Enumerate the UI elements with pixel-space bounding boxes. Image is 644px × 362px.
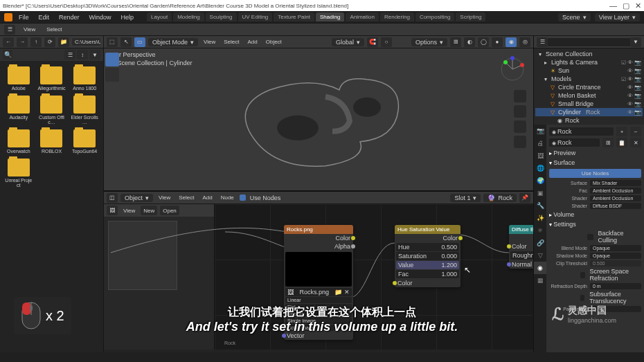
vp-object[interactable]: Object bbox=[263, 38, 285, 46]
maximize-button[interactable]: ▢ bbox=[623, 1, 629, 10]
scene-select[interactable]: Scene▾ bbox=[558, 13, 591, 21]
node-hsv[interactable]: Hue Saturation Value Color Hue0.500 Satu… bbox=[395, 225, 460, 287]
cursor-icon[interactable]: ↖ bbox=[120, 37, 132, 47]
nav-gizmo[interactable] bbox=[499, 55, 526, 83]
tab-texturepaint[interactable]: Texture Paint bbox=[274, 12, 314, 21]
material-select[interactable]: 🔮Rock bbox=[483, 194, 517, 202]
gizmo-icon[interactable]: ◐ bbox=[464, 37, 475, 47]
fb-path[interactable]: C:\Users\User\Docum… bbox=[72, 38, 100, 46]
ptab-mesh-icon[interactable]: ▽ bbox=[534, 249, 546, 262]
section-preview[interactable]: ▸ Preview bbox=[549, 148, 641, 158]
menu-render[interactable]: Render bbox=[55, 14, 83, 21]
tool-cursor-icon[interactable] bbox=[105, 68, 119, 82]
outliner-icon[interactable]: ☰ bbox=[537, 37, 548, 47]
ptab-world-icon[interactable]: 🌍 bbox=[534, 174, 546, 187]
mat-new-icon[interactable]: 📋 bbox=[616, 138, 627, 147]
folder-item[interactable]: Audacity bbox=[4, 96, 33, 125]
ptab-texture-icon[interactable]: ▦ bbox=[534, 274, 546, 287]
folder-item[interactable]: Overwatch bbox=[4, 129, 33, 154]
folder-item[interactable]: Allegorithmic bbox=[37, 66, 66, 91]
ib-view[interactable]: View bbox=[120, 207, 138, 215]
menu-window[interactable]: Window bbox=[86, 14, 115, 21]
socket-color-in[interactable]: Color bbox=[395, 279, 460, 287]
surface-value[interactable]: Mix Shader bbox=[590, 180, 641, 186]
section-surface[interactable]: ▾ Surface bbox=[549, 158, 641, 168]
ol-row[interactable]: ▾Scene Collection bbox=[535, 50, 643, 58]
tool-select-icon[interactable] bbox=[105, 53, 119, 66]
ib-open[interactable]: Open bbox=[160, 206, 179, 215]
remove-slot-icon[interactable]: − bbox=[630, 127, 641, 136]
tab-uvediting[interactable]: UV Editing bbox=[238, 12, 273, 21]
ne-node[interactable]: Node bbox=[218, 194, 237, 201]
tab-animation[interactable]: Animation bbox=[346, 12, 379, 21]
ne-editor-icon[interactable]: ◫ bbox=[107, 193, 118, 203]
section-settings[interactable]: ▾ Settings bbox=[549, 219, 641, 229]
options-dd[interactable]: Options▾ bbox=[411, 38, 447, 46]
zoom-icon[interactable] bbox=[514, 90, 526, 102]
use-nodes-button[interactable]: Use Nodes bbox=[549, 169, 641, 178]
fb-back[interactable]: ← bbox=[3, 37, 14, 47]
shading-solid-icon[interactable]: ● bbox=[492, 37, 503, 47]
editor-icon[interactable]: ⬚ bbox=[107, 37, 118, 47]
section-volume[interactable]: ▸ Volume bbox=[549, 210, 641, 219]
tab-compositing[interactable]: Compositing bbox=[415, 12, 454, 21]
shader2-value[interactable]: Diffuse BSDF bbox=[590, 203, 641, 209]
ne-view[interactable]: View bbox=[156, 194, 173, 201]
sec-view[interactable]: View bbox=[21, 26, 38, 33]
fb-search-icon[interactable]: 🔍 bbox=[3, 50, 12, 60]
select-box-icon[interactable]: ▭ bbox=[134, 37, 145, 47]
material-name-field[interactable]: ◉ Rock bbox=[549, 138, 600, 147]
editor-type-icon[interactable]: ☰ bbox=[4, 25, 15, 35]
ptab-view-icon[interactable]: 🖼 bbox=[534, 150, 546, 162]
orientation-select[interactable]: Global▾ bbox=[332, 38, 364, 46]
pan-icon[interactable] bbox=[514, 105, 526, 118]
blender-icon[interactable] bbox=[4, 13, 12, 21]
close-button[interactable]: ✕ bbox=[635, 1, 641, 10]
blendmode-value[interactable]: Opaque bbox=[590, 245, 641, 251]
refrdepth-value[interactable]: 0 m bbox=[590, 283, 641, 289]
folder-item[interactable]: Anno 1800 bbox=[70, 66, 99, 91]
ol-row[interactable]: ▽Melon Basket👁📷 bbox=[535, 91, 643, 100]
ssr-check[interactable]: Screen Space Refraction bbox=[549, 267, 641, 282]
menu-help[interactable]: Help bbox=[118, 14, 138, 21]
vp-add[interactable]: Add bbox=[244, 38, 260, 46]
overlay-icon[interactable]: ⊞ bbox=[450, 37, 461, 47]
backface-check[interactable]: Backface Culling bbox=[549, 229, 641, 244]
ptab-material-icon[interactable]: ◉ bbox=[534, 262, 546, 274]
shading-render-icon[interactable]: ◎ bbox=[519, 37, 530, 47]
camera-icon[interactable] bbox=[514, 120, 526, 133]
menu-file[interactable]: File bbox=[15, 14, 33, 21]
ptab-modifier-icon[interactable]: 🔧 bbox=[534, 199, 546, 212]
shading-matprev-icon[interactable]: ◉ bbox=[506, 37, 517, 47]
value-field[interactable]: Value1.200 bbox=[396, 261, 459, 269]
fb-display[interactable]: ☰ bbox=[64, 50, 75, 60]
fb-forward[interactable]: → bbox=[17, 37, 28, 47]
outliner-filter[interactable]: ▼ bbox=[630, 37, 641, 47]
interp-field[interactable]: Linear bbox=[285, 297, 352, 303]
tab-scripting[interactable]: Scripting bbox=[456, 12, 485, 21]
ptab-object-icon[interactable]: ▣ bbox=[534, 187, 546, 199]
tab-layout[interactable]: Layout bbox=[147, 12, 172, 21]
shading-wire-icon[interactable]: ◯ bbox=[478, 37, 489, 47]
ptab-physics-icon[interactable]: ⚛ bbox=[534, 224, 546, 237]
hue-field[interactable]: Hue0.500 bbox=[396, 243, 459, 251]
fac-field[interactable]: Fac1.000 bbox=[396, 270, 459, 278]
perspective-icon[interactable] bbox=[514, 136, 526, 148]
folder-item[interactable]: Custom Offic… bbox=[37, 96, 66, 125]
ol-row[interactable]: ▽Circle Entrance👁📷 bbox=[535, 83, 643, 91]
use-nodes-toggle[interactable]: Use Nodes bbox=[240, 194, 281, 201]
sst-check[interactable]: Subsurface Translucency bbox=[549, 290, 641, 305]
ol-row[interactable]: ▾Models☑👁📷 bbox=[535, 75, 643, 83]
proportional-icon[interactable]: ○ bbox=[381, 37, 392, 47]
ptab-render-icon[interactable]: 📷 bbox=[534, 125, 546, 137]
fb-newfolder[interactable]: 📁 bbox=[58, 37, 69, 47]
folder-item[interactable]: ROBLOX bbox=[37, 129, 66, 154]
sat-field[interactable]: Saturation0.000 bbox=[396, 252, 459, 260]
ib-editor-icon[interactable]: 🖼 bbox=[107, 206, 118, 215]
ol-row-selected[interactable]: ▽CylinderRock👁📷 bbox=[535, 108, 643, 116]
socket-bsdf-out[interactable]: BSDF bbox=[509, 234, 533, 242]
vp-view[interactable]: View bbox=[201, 38, 218, 46]
socket-alpha-out[interactable]: Alpha bbox=[284, 242, 353, 251]
mode-select[interactable]: Object Mode▾ bbox=[148, 38, 198, 46]
ptab-particle-icon[interactable]: ✨ bbox=[534, 212, 546, 224]
